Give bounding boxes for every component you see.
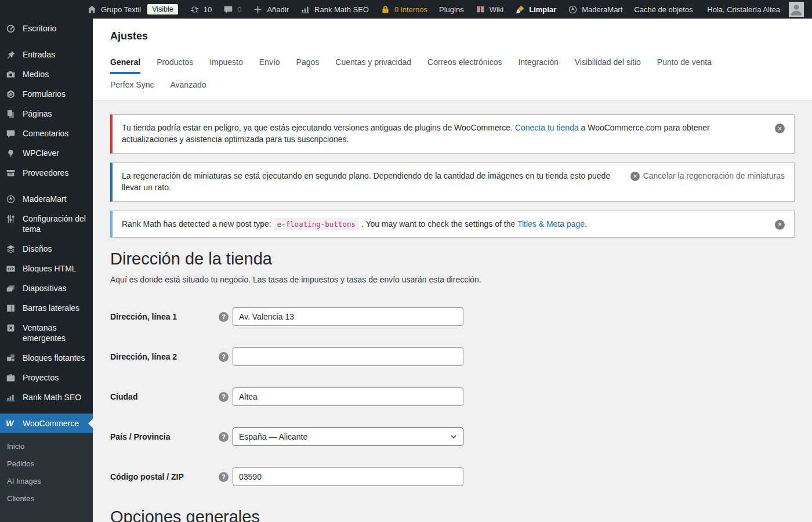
page-title: Ajustes (110, 30, 795, 42)
dismiss-icon[interactable] (775, 124, 785, 133)
sidebar-item-comentarios[interactable]: Comentarios (0, 124, 93, 143)
updates-menu[interactable]: 10 (184, 0, 217, 19)
rank-math-menu[interactable]: Rank Math SEO (295, 0, 375, 19)
tab-general[interactable]: General (110, 52, 140, 74)
sidebar-item-label: Bloques HTML (23, 263, 77, 274)
sidebar-item-configuracion-del-tema[interactable]: Configuración del tema (0, 209, 93, 239)
tab-avanzado[interactable]: Avanzado (170, 75, 206, 100)
help-icon[interactable] (219, 392, 229, 402)
submenu-item-inicio[interactable]: Inicio (0, 438, 93, 455)
cancel-regeneration-link[interactable]: Cancelar la regeneración de miniaturas (630, 169, 785, 182)
my-account-menu[interactable]: Hola, Cristalería Altea (701, 0, 810, 19)
tab-correos-electronicos[interactable]: Correos electrónicos (427, 52, 502, 74)
dismiss-icon[interactable] (775, 220, 785, 230)
internal-notes-menu[interactable]: 0 internos (375, 0, 433, 19)
add-new-menu[interactable]: Añadir (247, 0, 295, 19)
sidebar-item-entradas[interactable]: Entradas (0, 45, 93, 64)
clean-label: Limpiar (529, 5, 556, 14)
sidebar-item-proyectos[interactable]: Proyectos (0, 368, 93, 387)
help-icon[interactable] (219, 352, 229, 362)
site-menu[interactable]: Grupo Textil Visible (81, 0, 184, 19)
titles-meta-link[interactable]: Titles & Meta page (517, 219, 585, 229)
sidebar-item-escritorio[interactable]: Escritorio (0, 19, 93, 38)
address-line-2-input[interactable] (233, 347, 463, 366)
chart-icon (300, 5, 310, 14)
notice-text-segment: . (585, 219, 587, 229)
sidebar-item-barras-laterales[interactable]: Barras laterales (0, 298, 93, 318)
settings-tabs-row1: General Productos Impuesto Envío Pagos C… (110, 52, 795, 74)
help-icon[interactable] (219, 472, 229, 482)
sidebar-item-diapositivas[interactable]: Diapositivas (0, 278, 93, 298)
brush-icon (515, 5, 525, 14)
field-label: Código postal / ZIP (110, 472, 219, 481)
country-state-select[interactable]: España — Alicante (233, 427, 463, 446)
comments-count: 0 (237, 5, 241, 14)
tab-punto-de-venta[interactable]: Punto de venta (657, 52, 712, 74)
lock-icon (380, 5, 390, 14)
sidebar-item-paginas[interactable]: Páginas (0, 104, 93, 124)
sidebar-item-label: WooCommerce (23, 418, 79, 429)
tab-integracion[interactable]: Integración (518, 52, 558, 74)
plugins-label: Plugins (439, 5, 464, 14)
object-cache-menu[interactable]: Caché de objetos (628, 0, 698, 19)
woo-icon (6, 418, 17, 429)
menu-separator (0, 407, 93, 414)
woocommerce-submenu: Inicio Pedidos AI Images Clientes (0, 433, 93, 522)
settings-content: Tu tienda podría estar en peligro, ya qu… (93, 100, 812, 522)
archive-box-icon (6, 168, 17, 178)
add-new-label: Añadir (267, 5, 289, 14)
tab-visibilidad-del-sitio[interactable]: Visibilidad del sitio (575, 52, 641, 74)
sidebar-item-formularios[interactable]: Formularios (0, 84, 93, 104)
sidebar-item-label: WPClever (23, 148, 59, 158)
address-line-1-input[interactable] (233, 307, 463, 326)
tab-pagos[interactable]: Pagos (296, 52, 320, 74)
sidebar-item-label: Proveedores (23, 168, 68, 178)
sidebar-item-rank-math-seo[interactable]: Rank Math SEO (0, 387, 93, 407)
sidebar-item-ventanas-emergentes[interactable]: Ventanas emergentes (0, 318, 93, 348)
tab-cuentas-y-privacidad[interactable]: Cuentas y privacidad (335, 52, 411, 74)
sidebar-item-bloques-html[interactable]: Bloques HTML (0, 259, 93, 278)
wiki-menu[interactable]: Wiki (470, 0, 510, 19)
submenu-item-clientes[interactable]: Clientes (0, 490, 93, 507)
object-cache-label: Caché de objetos (634, 5, 693, 14)
comments-menu[interactable]: 0 (217, 0, 247, 19)
maderamart-menu[interactable]: MaderaMart (562, 0, 628, 19)
site-name: Grupo Textil (101, 5, 141, 14)
sidebar-item-bloques-flotantes[interactable]: Bloques flotantes (0, 348, 93, 368)
connect-store-link[interactable]: Conecta tu tienda (515, 123, 579, 132)
submenu-item-pedidos[interactable]: Pedidos (0, 455, 93, 473)
admin-bar: Grupo Textil Visible 10 0 Añadir Rank Ma… (0, 0, 812, 19)
sidebar-item-disenos[interactable]: Diseños (0, 239, 93, 259)
plugins-menu[interactable]: Plugins (433, 0, 470, 19)
notice-thumbnail-text: La regeneración de miniaturas se está ej… (122, 169, 621, 195)
help-icon[interactable] (219, 312, 229, 322)
city-input[interactable] (233, 387, 463, 406)
notice-security: Tu tienda podría estar en peligro, ya qu… (110, 114, 795, 154)
wiki-label: Wiki (490, 5, 504, 14)
tab-perfex-sync[interactable]: Perfex Sync (110, 75, 154, 100)
sidebar-item-label: Configuración del tema (23, 213, 88, 234)
gauge-icon (6, 23, 17, 34)
sidebar-item-wpclever[interactable]: WPClever (0, 143, 93, 163)
postcode-input[interactable] (233, 467, 463, 486)
sidebar-item-label: Entradas (23, 49, 55, 60)
field-label: Dirección, línea 1 (110, 312, 219, 321)
tab-impuesto[interactable]: Impuesto (209, 52, 243, 74)
notice-text-segment: Rank Math has detected a new post type: (122, 219, 274, 229)
sidebar-item-woocommerce[interactable]: WooCommerce (0, 414, 93, 433)
tab-productos[interactable]: Productos (157, 52, 193, 74)
sidebar-item-maderamart[interactable]: MaderaMart (0, 189, 93, 209)
code-icon (6, 263, 17, 274)
comment-icon (223, 5, 233, 14)
sidebar-item-proveedores[interactable]: Proveedores (0, 163, 93, 183)
submenu-item-ai-images[interactable]: AI Images (0, 473, 93, 490)
clean-cache-menu[interactable]: Limpiar (509, 0, 562, 19)
cancel-regeneration-label: Cancelar la regeneración de miniaturas (643, 171, 785, 182)
store-address-heading: Dirección de la tienda (110, 249, 795, 269)
main-content: Ajustes General Productos Impuesto Envío… (93, 0, 812, 522)
tab-envio[interactable]: Envío (259, 52, 280, 74)
sidebar-item-medios[interactable]: Medios (0, 64, 93, 84)
sidebar-item-label: Páginas (23, 108, 52, 119)
help-icon[interactable] (219, 432, 229, 442)
field-label: Ciudad (110, 392, 219, 401)
